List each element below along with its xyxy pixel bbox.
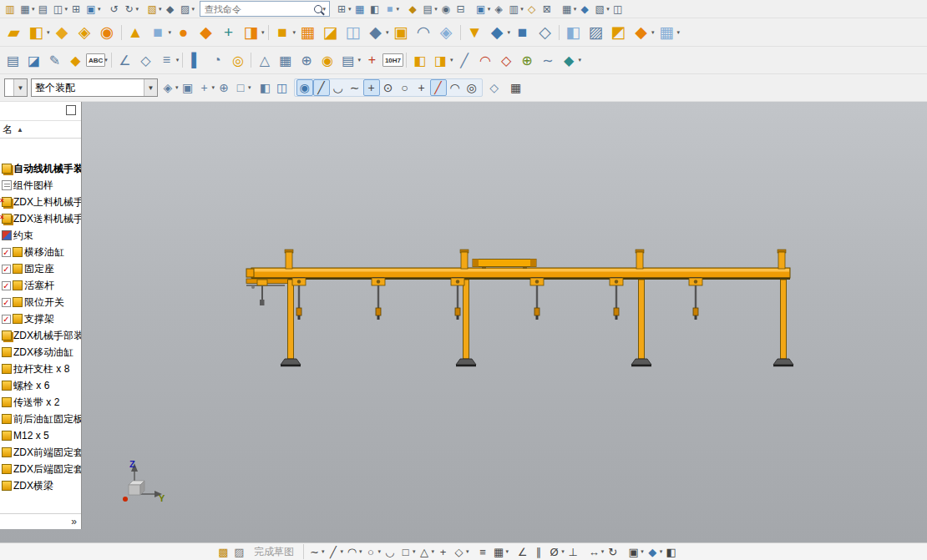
tree-item[interactable]: ZDX前端固定套 [0,444,81,461]
cad-icon[interactable]: ▦ [491,544,507,559]
dropdown-arrow-icon[interactable]: ▾ [488,6,491,13]
cad-icon[interactable]: ◆ [486,21,509,43]
sort-ascending-icon[interactable]: ▲ [17,126,23,134]
cad-icon[interactable]: ◈ [160,79,176,96]
cad-icon[interactable]: ↻ [122,2,137,17]
cad-icon[interactable]: ▣ [626,544,641,559]
tree-item[interactable]: ✓固定座 [0,260,81,277]
cad-icon[interactable]: ◇ [135,50,156,71]
cad-icon[interactable]: + [217,21,240,43]
cad-icon[interactable]: + [413,79,430,96]
cad-icon[interactable]: ◉ [96,21,119,43]
tree-item[interactable]: ✓活塞杆 [0,277,81,294]
tree-item[interactable]: 前后油缸固定板 [0,411,81,427]
cad-icon[interactable]: ▦ [275,50,296,71]
tree-item[interactable]: 拉杆支柱 x 8 [0,361,81,377]
cad-icon[interactable]: ∼ [347,79,363,96]
dropdown-arrow-icon[interactable]: ▾ [176,57,180,63]
cad-icon[interactable]: ▧ [592,2,607,17]
cad-icon[interactable]: ⊕ [517,50,538,71]
cad-icon[interactable]: ╱ [326,544,342,559]
cad-icon[interactable]: ▦ [352,2,367,17]
visibility-checkbox[interactable]: ✓ [2,298,11,307]
dropdown-arrow-icon[interactable]: ▾ [651,29,655,36]
cad-icon[interactable]: ◠ [447,79,464,96]
cad-icon[interactable]: ▰ [3,21,25,43]
cad-icon[interactable]: ⊙ [380,79,397,96]
visibility-checkbox[interactable]: ✓ [2,315,11,324]
cad-icon[interactable]: ↺ [107,2,122,17]
navigator-column-header[interactable]: 名 ▲ [0,121,81,139]
cad-icon[interactable]: ◈ [435,21,458,43]
cad-icon[interactable]: ▌ [185,50,206,71]
dropdown-arrow-icon[interactable]: ▾ [378,548,382,555]
cad-icon[interactable]: ◪ [319,21,342,43]
cad-icon[interactable]: ▦ [656,21,678,43]
cad-icon[interactable]: ◫ [51,2,66,17]
search-input[interactable] [203,3,312,15]
command-search-box[interactable]: ▾ [200,1,330,17]
cad-icon[interactable]: ∥ [530,544,546,559]
cad-icon[interactable]: ■ [382,2,398,17]
tree-item[interactable]: ✓横移油缸 [0,244,81,260]
cad-icon[interactable]: ⊟ [453,2,469,17]
cad-icon[interactable]: △ [254,50,275,71]
cad-icon[interactable]: ▧ [144,2,160,17]
cad-icon[interactable]: ▩ [215,544,231,559]
cad-icon[interactable]: ◩ [607,21,630,43]
dropdown-arrow-icon[interactable]: ▾ [520,6,524,13]
cad-icon[interactable]: ↔ [586,544,602,559]
visibility-checkbox[interactable]: ✓ [2,248,11,257]
tree-item[interactable]: ZDX后端固定套 [0,461,81,477]
assembly-3d-model[interactable] [246,250,793,366]
cad-icon[interactable]: ▥ [506,2,521,17]
cad-icon[interactable]: ◆ [559,50,580,71]
cad-icon[interactable]: ◉ [317,50,337,71]
cad-icon[interactable]: ⊕ [215,79,232,96]
dropdown-arrow-icon[interactable]: ▾ [359,548,362,555]
cad-icon[interactable]: ▨ [585,21,607,43]
cad-icon[interactable]: ◇ [486,79,503,96]
dropdown-arrow-icon[interactable]: ▾ [136,6,139,13]
dropdown-arrow-icon[interactable]: ▾ [323,6,327,13]
tree-item[interactable]: M12 x 5 [0,427,81,444]
cad-icon[interactable]: ◧ [25,21,48,43]
cad-icon[interactable]: ◠ [344,544,360,559]
cad-icon[interactable]: ▤ [3,50,23,71]
cad-icon[interactable]: + [362,50,382,71]
cad-icon[interactable]: ◆ [364,21,387,43]
cad-icon[interactable]: ▦ [508,79,524,96]
cad-icon[interactable]: ■ [147,21,170,43]
cad-icon[interactable]: ◔ [206,50,227,71]
dropdown-arrow-icon[interactable]: ▾ [212,84,215,91]
chevron-down-icon[interactable]: ▼ [13,79,27,96]
cad-icon[interactable]: ▦ [18,2,33,17]
cad-icon[interactable]: ◆ [51,21,73,43]
tree-item[interactable]: ✕ZDX上料机械手 [0,194,81,210]
selection-filter-combo[interactable]: ▼ [4,78,28,97]
cad-icon[interactable]: ◨ [240,21,262,43]
visibility-checkbox[interactable]: ✓ [2,265,11,274]
cad-icon[interactable]: ABC [86,53,105,67]
dropdown-arrow-icon[interactable]: ▾ [293,29,296,36]
cad-icon[interactable]: ◉ [438,2,453,17]
tree-item[interactable]: ZDX机械手部装 [0,327,81,344]
cad-icon[interactable]: ▨ [178,2,193,17]
cad-icon[interactable]: 10H7 [382,53,403,67]
tree-item[interactable]: 组件图样 [0,177,81,194]
tree-item[interactable]: 传送带 x 2 [0,394,81,411]
dropdown-arrow-icon[interactable]: ▾ [47,29,50,36]
cad-icon[interactable]: ● [172,21,195,43]
cad-icon[interactable]: ⊥ [565,544,581,559]
cad-icon[interactable]: ⊞ [68,2,84,17]
dropdown-arrow-icon[interactable]: ▾ [601,548,605,555]
undock-window-icon[interactable] [66,105,76,115]
dropdown-arrow-icon[interactable]: ▾ [98,6,101,13]
dropdown-arrow-icon[interactable]: ▾ [397,6,400,13]
cad-icon[interactable]: ∼ [538,50,559,71]
cad-icon[interactable]: ◆ [630,21,652,43]
dropdown-arrow-icon[interactable]: ▾ [606,6,610,13]
dropdown-arrow-icon[interactable]: ▾ [413,548,416,555]
cad-icon[interactable]: ○ [397,79,413,96]
cad-icon[interactable]: ■ [511,21,534,43]
